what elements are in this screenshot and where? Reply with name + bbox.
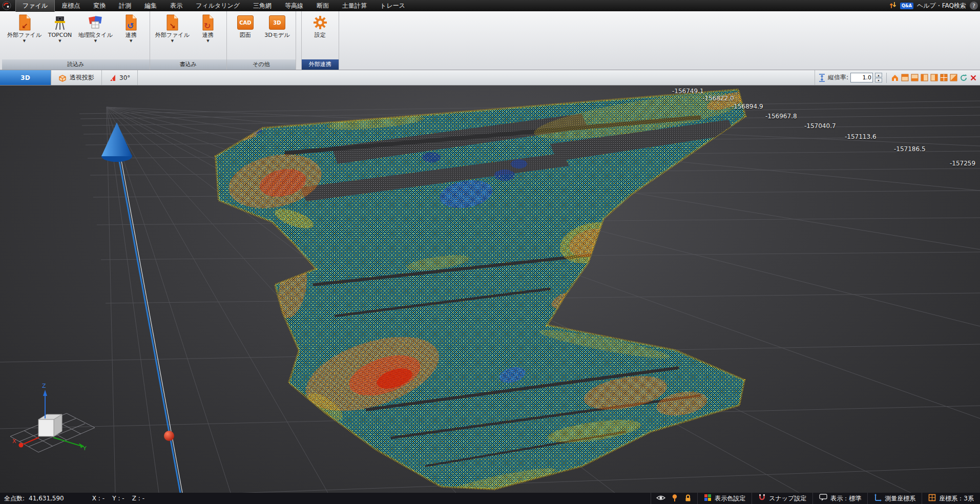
ribbon-group-import-buttons: ↙ 外部ファイル ▼ TOPCON ▼ 地理院タイル ▼ (2, 11, 150, 59)
settings-button[interactable]: 設定 (304, 13, 336, 39)
scale-decrement-button[interactable]: ▼ (875, 78, 882, 82)
view-toolbar-right: 縦倍率: ▲ ▼ (815, 70, 980, 85)
survey-coordinate-button[interactable]: 測量座標系 (867, 493, 922, 504)
view-angle-label: 30° (119, 74, 130, 81)
help-icon[interactable]: ? (970, 2, 978, 10)
menu-tab-edit[interactable]: 編集 (138, 0, 163, 12)
ribbon-group-label-export: 書込み (150, 59, 226, 70)
grid-coordinate-label: -157040.7 (804, 122, 836, 130)
help-search-label[interactable]: ヘルプ・FAQ検索 (917, 2, 966, 10)
app-logo (2, 1, 11, 10)
menu-tab-contour[interactable]: 等高線 (278, 0, 310, 12)
link-export-icon: ↻ (201, 13, 215, 32)
cad-drawing-button[interactable]: CAD 図面 (230, 13, 261, 39)
grid-coordinate-label: -157259 (950, 160, 975, 167)
visibility-eye-icon[interactable] (656, 494, 665, 503)
qa-icon[interactable]: Q&A (900, 3, 913, 9)
button-label: 外部ファイル (155, 32, 190, 39)
menu-tab-tin[interactable]: 三角網 (246, 0, 278, 12)
view-left-icon[interactable] (921, 74, 928, 81)
view-bottom-icon[interactable] (911, 74, 919, 81)
menu-right-area: Q&A ヘルプ・FAQ検索 ? (889, 2, 980, 10)
ribbon-group-export: ↘ 外部ファイル ▼ ↻ 連携 ▼ 書込み (150, 11, 227, 70)
sync-arrows-icon[interactable] (889, 2, 896, 10)
menu-tab-filtering[interactable]: フィルタリング (189, 0, 246, 12)
pin-icon[interactable] (671, 494, 678, 503)
view-iso-icon[interactable] (950, 74, 957, 81)
button-label: 外部ファイル (7, 32, 41, 39)
status-bar-right: 表示色設定 スナップ設定 表示：標準 測量座標系 座標系：3系 (651, 493, 980, 504)
coord-zone-icon (928, 494, 936, 503)
menu-bar: ファイル 座標点 変換 計測 編集 表示 フィルタリング 三角網 等高線 断面 … (0, 0, 980, 11)
home-view-icon[interactable] (891, 74, 899, 82)
menu-tab-transform[interactable]: 変換 (87, 0, 112, 12)
ribbon-group-other: CAD 図面 3D 3Dモデル その他 (227, 11, 296, 70)
link-import-icon: ↺ (124, 13, 138, 32)
point-count-value: 41,631,590 (25, 495, 64, 502)
display-mode-button[interactable]: 表示：標準 (812, 493, 867, 504)
axis-label-z: Z (42, 383, 46, 389)
button-label: 連携 (202, 32, 214, 39)
vertical-scale-icon (818, 74, 826, 82)
total-station-icon (52, 13, 68, 32)
button-label: 3Dモデル (264, 32, 289, 39)
menu-tab-measure[interactable]: 計測 (112, 0, 138, 12)
scanner-position-marker (164, 431, 174, 441)
lock-icon[interactable] (684, 494, 692, 503)
grid-coordinate-label: -156749.1 (672, 88, 704, 95)
scan-origin-line (119, 161, 182, 493)
viewport-canvas[interactable]: Z X Y (0, 86, 980, 493)
viewport-3d: Z X Y (0, 86, 980, 493)
projection-button[interactable]: 透視投影 (51, 70, 102, 85)
rotate-view-icon[interactable] (960, 74, 968, 82)
import-link-button[interactable]: ↺ 連携 ▼ (115, 13, 147, 44)
view-plan-icon[interactable] (940, 74, 948, 81)
menu-tab-file[interactable]: ファイル (15, 0, 55, 12)
ribbon-group-label-external-link: 外部連携 (302, 59, 339, 70)
snap-settings-button[interactable]: スナップ設定 (752, 493, 812, 504)
menu-tab-display[interactable]: 表示 (163, 0, 189, 12)
ribbon-group-external-link-buttons: 設定 (302, 11, 339, 59)
point-cloud (216, 86, 750, 493)
cad-icon: CAD (237, 15, 254, 30)
svg-text:↘: ↘ (169, 22, 176, 31)
display-color-settings-button[interactable]: 表示色設定 (697, 493, 752, 504)
menu-tab-coordinate-points[interactable]: 座標点 (55, 0, 87, 12)
perspective-icon (58, 74, 67, 82)
menu-tab-volume[interactable]: 土量計算 (336, 0, 373, 12)
vertical-scale-spinner: ▲ ▼ (875, 73, 882, 82)
import-topcon-button[interactable]: TOPCON ▼ (44, 13, 76, 44)
dropdown-arrow-icon[interactable]: ▼ (94, 39, 97, 44)
status-button-label: 表示：標準 (830, 494, 861, 503)
vertical-scale-input[interactable] (850, 73, 873, 82)
toolbar-separator (886, 73, 887, 83)
grid-coordinate-label: -156894.9 (732, 103, 763, 110)
import-external-file-button[interactable]: ↙ 外部ファイル ▼ (5, 13, 44, 44)
north-cone (101, 122, 132, 162)
button-label: TOPCON (48, 32, 72, 39)
view-right-icon[interactable] (930, 74, 938, 81)
dropdown-arrow-icon[interactable]: ▼ (130, 39, 132, 44)
grid-coordinate-label: -157186.5 (894, 145, 926, 153)
dropdown-arrow-icon[interactable]: ▼ (206, 39, 209, 44)
coordinate-zone-button[interactable]: 座標系：3系 (922, 493, 980, 504)
map-tiles-icon (88, 13, 103, 32)
close-view-icon[interactable] (970, 74, 977, 81)
menu-tab-section[interactable]: 断面 (310, 0, 336, 12)
menu-tab-trace[interactable]: トレース (373, 0, 412, 12)
axis-label-y: Y (82, 445, 87, 452)
grid-coordinate-label: -156822.0 (702, 95, 734, 102)
scale-increment-button[interactable]: ▲ (875, 73, 882, 77)
view-mode-3d-button[interactable]: 3D (0, 70, 51, 85)
export-external-file-button[interactable]: ↘ 外部ファイル ▼ (153, 13, 192, 44)
import-gsi-tiles-button[interactable]: 地理院タイル ▼ (76, 13, 115, 44)
dropdown-arrow-icon[interactable]: ▼ (171, 39, 174, 44)
export-link-button[interactable]: ↻ 連携 ▼ (192, 13, 224, 44)
status-bar: 全点数: 41,631,590 X : - Y : - Z : - 表示色設定 (0, 493, 980, 504)
dropdown-arrow-icon[interactable]: ▼ (58, 39, 61, 44)
ribbon-group-other-buttons: CAD 図面 3D 3Dモデル (227, 11, 296, 59)
dropdown-arrow-icon[interactable]: ▼ (23, 39, 26, 44)
view-top-icon[interactable] (901, 74, 909, 81)
view-angle-button[interactable]: 30° (102, 70, 138, 85)
model-3d-button[interactable]: 3D 3Dモデル (261, 13, 293, 39)
